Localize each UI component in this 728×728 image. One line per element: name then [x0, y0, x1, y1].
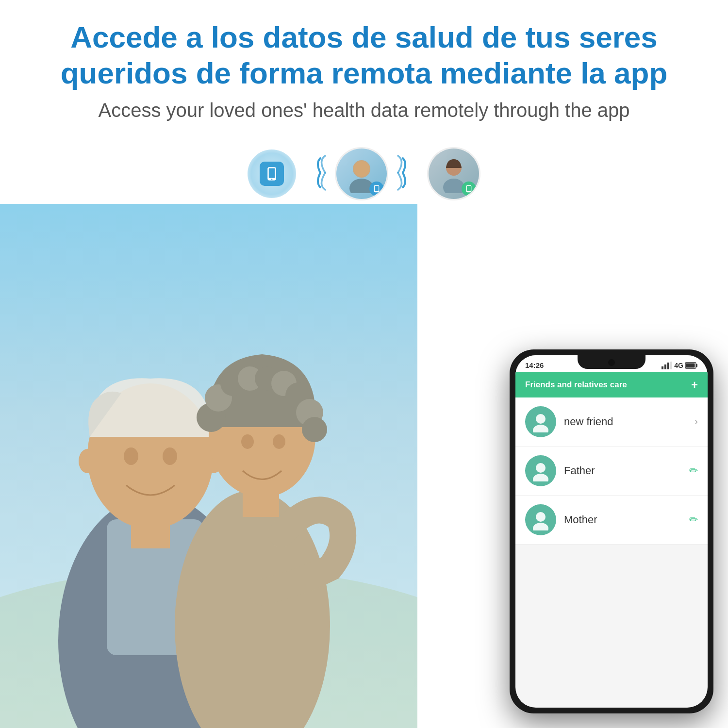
- header-section: Accede a los datos de salud de tus seres…: [0, 0, 728, 132]
- signal-waves-right: [393, 153, 422, 194]
- svg-point-47: [533, 474, 548, 481]
- contact-name-mother: Mother: [564, 513, 681, 526]
- svg-point-48: [536, 512, 546, 522]
- contact-avatar-2: [525, 455, 556, 486]
- contact-item-new-friend[interactable]: new friend ›: [515, 397, 708, 447]
- phone-app-header: Friends and relatives care +: [515, 372, 708, 397]
- contact-edit-mother[interactable]: ✏: [689, 513, 698, 526]
- svg-point-9: [443, 179, 464, 193]
- phone-mockup: 14:26 4G: [510, 349, 713, 713]
- svg-rect-39: [667, 363, 669, 369]
- svg-point-46: [536, 463, 546, 473]
- svg-point-45: [533, 425, 548, 432]
- svg-rect-36: [0, 204, 417, 728]
- contact-item-mother[interactable]: Mother ✏: [515, 496, 708, 545]
- contact-name-new-friend: new friend: [564, 415, 687, 428]
- contact-avatar-1: [525, 406, 556, 437]
- app-title: Friends and relatives care: [525, 380, 627, 390]
- contact-arrow-new-friend: ›: [695, 415, 698, 428]
- title-english: Access your loved ones' health data remo…: [39, 98, 689, 123]
- svg-point-49: [533, 523, 548, 530]
- person1-badge: [369, 182, 384, 196]
- contact-item-father[interactable]: Father ✏: [515, 447, 708, 496]
- person-circle-2: [427, 147, 480, 200]
- title-spanish: Accede a los datos de salud de tus seres…: [39, 19, 689, 92]
- couple-photo: [0, 204, 417, 728]
- status-icons: 4G: [662, 362, 698, 369]
- person-circle-1: [335, 147, 388, 200]
- signal-waves-left: [301, 153, 330, 194]
- contact-avatar-3: [525, 504, 556, 535]
- svg-point-5: [354, 161, 369, 177]
- svg-rect-43: [686, 363, 695, 367]
- svg-rect-7: [375, 186, 379, 191]
- svg-rect-38: [664, 364, 666, 369]
- contact-name-father: Father: [564, 464, 681, 477]
- svg-point-2: [271, 179, 273, 180]
- person2-badge: [462, 182, 476, 196]
- contact-edit-father[interactable]: ✏: [689, 464, 698, 477]
- status-time: 14:26: [525, 361, 544, 369]
- phone-glow-circle: [248, 149, 296, 198]
- svg-point-44: [536, 414, 546, 424]
- svg-rect-37: [662, 366, 663, 369]
- connectivity-row: [0, 132, 728, 210]
- svg-rect-11: [467, 186, 471, 191]
- phone-notch: [578, 355, 645, 369]
- add-contact-button[interactable]: +: [691, 378, 698, 392]
- svg-rect-42: [696, 364, 697, 367]
- phone-icon: [260, 162, 284, 186]
- svg-rect-1: [269, 168, 275, 178]
- svg-rect-40: [670, 362, 672, 369]
- page-container: Accede a los datos de salud de tus seres…: [0, 0, 728, 728]
- phone-screen: 14:26 4G: [515, 355, 708, 708]
- network-type: 4G: [674, 362, 683, 369]
- contact-list: new friend › Father ✏: [515, 397, 708, 545]
- phone-body: 14:26 4G: [510, 349, 713, 713]
